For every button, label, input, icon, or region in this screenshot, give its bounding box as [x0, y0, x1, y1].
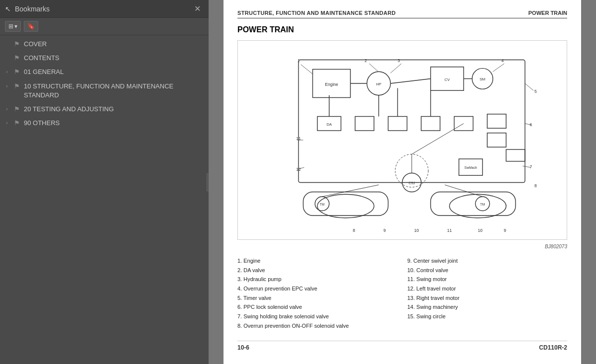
svg-text:2: 2: [365, 58, 367, 63]
legend-item-9: 9. Center swivel joint: [407, 256, 567, 266]
svg-text:TM: TM: [320, 203, 325, 206]
legend-item-7: 7. Swing holding brake solenoid valve: [237, 312, 397, 321]
doc-page-number: 10-6: [237, 344, 249, 351]
svg-text:CSJ: CSJ: [409, 181, 415, 185]
bookmark-label-general: 01 GENERAL: [24, 68, 64, 76]
power-train-diagram: Engine HP CV SM: [243, 46, 561, 234]
svg-text:TM: TM: [480, 203, 485, 206]
close-button[interactable]: ✕: [191, 3, 204, 14]
bookmark-icon: 🔖: [27, 23, 35, 30]
legend-item-5: 5. Timer valve: [237, 293, 397, 303]
chevron-icon-general: ›: [6, 69, 12, 74]
list-view-button[interactable]: ⊞ ▾: [5, 21, 21, 32]
legend-item-6: 6. PPC lock solenoid valve: [237, 302, 397, 312]
svg-text:HP: HP: [376, 82, 381, 86]
bookmark-button[interactable]: 🔖: [24, 21, 38, 32]
svg-text:11: 11: [447, 228, 452, 233]
svg-text:10: 10: [478, 228, 483, 233]
legend-item-4: 4. Overrun prevention EPC valve: [237, 284, 397, 293]
doc-header: STRUCTURE, FUNCTION AND MAINTENANCE STAN…: [237, 10, 567, 18]
legend-item-11: 11. Swing motor: [407, 275, 567, 284]
diagram-caption: BJ802073: [237, 244, 567, 249]
legend-item-15: 15. Swing circle: [407, 312, 567, 321]
collapse-panel-button[interactable]: ›: [207, 173, 209, 191]
svg-text:SwMach: SwMach: [464, 166, 477, 169]
bookmark-label-cover: COVER: [24, 40, 47, 49]
svg-text:1: 1: [298, 58, 300, 63]
svg-text:8: 8: [353, 228, 355, 233]
bookmark-item-structure[interactable]: › ⚑ 10 STRUCTURE, FUNCTION AND MAINTENAN…: [0, 79, 209, 102]
bookmark-item-others[interactable]: › ⚑ 90 OTHERS: [0, 116, 209, 130]
bookmark-flag-icon: ⚑: [14, 68, 22, 75]
svg-text:12: 12: [296, 167, 301, 172]
svg-text:8: 8: [534, 183, 537, 188]
svg-text:10: 10: [414, 228, 419, 233]
doc-title: POWER TRAIN: [237, 25, 567, 34]
svg-text:7: 7: [530, 164, 532, 169]
legend-item-8: 8. Overrun prevention ON-OFF solenoid va…: [237, 321, 397, 331]
bookmark-flag-icon: ⚑: [14, 40, 22, 48]
svg-text:3: 3: [398, 58, 400, 63]
legend-columns: 1. Engine 2. DA valve 3. Hydraulic pump …: [237, 256, 567, 331]
legend-item-1: 1. Engine: [237, 256, 397, 266]
svg-text:Engine: Engine: [325, 82, 338, 87]
bookmark-item-general[interactable]: › ⚑ 01 GENERAL: [0, 65, 209, 79]
bookmark-flag-icon: ⚑: [14, 82, 22, 90]
bookmark-item-cover[interactable]: › ⚑ COVER: [0, 37, 209, 51]
chevron-icon-structure: ›: [6, 83, 12, 89]
legend-col-left: 1. Engine 2. DA valve 3. Hydraulic pump …: [237, 256, 397, 331]
doc-model-number: CD110R-2: [539, 344, 567, 351]
bookmark-flag-icon: ⚑: [14, 119, 22, 127]
bookmark-label-testing: 20 TESTING AND ADJUSTING: [24, 105, 114, 114]
legend-col-right: 9. Center swivel joint 10. Control valve…: [407, 256, 567, 331]
toolbar-row: ⊞ ▾ 🔖: [0, 18, 209, 35]
document-panel: STRUCTURE, FUNCTION AND MAINTENANCE STAN…: [209, 0, 596, 364]
legend-item-2: 2. DA valve: [237, 266, 397, 275]
document-page: STRUCTURE, FUNCTION AND MAINTENANCE STAN…: [224, 0, 581, 364]
svg-text:5: 5: [534, 89, 537, 94]
svg-text:SM: SM: [480, 77, 485, 81]
diagram-container: Engine HP CV SM: [237, 40, 567, 240]
bookmark-flag-icon: ⚑: [14, 54, 22, 62]
doc-header-chapter: POWER TRAIN: [528, 10, 567, 16]
legend-item-14: 14. Swing machinery: [407, 302, 567, 312]
legend-item-12: 12. Left travel motor: [407, 284, 567, 293]
bookmark-item-testing[interactable]: › ⚑ 20 TESTING AND ADJUSTING: [0, 102, 209, 116]
dropdown-arrow: ▾: [14, 23, 17, 30]
legend-item-13: 13. Right travel motor: [407, 293, 567, 303]
svg-text:CV: CV: [445, 77, 450, 82]
svg-text:6: 6: [530, 122, 532, 127]
doc-header-section: STRUCTURE, FUNCTION AND MAINTENANCE STAN…: [237, 10, 396, 16]
svg-text:9: 9: [504, 228, 506, 233]
list-icon: ⊞: [8, 23, 13, 30]
bookmark-flag-icon: ⚑: [14, 105, 22, 113]
bookmark-label-contents: CONTENTS: [24, 54, 60, 63]
legend-item-3: 3. Hydraulic pump: [237, 275, 397, 284]
bookmarks-panel: ↖ Bookmarks ✕ ⊞ ▾ 🔖 › ⚑ COVER › ⚑ CONTEN…: [0, 0, 209, 364]
bookmarks-header: ↖ Bookmarks ✕: [0, 0, 209, 18]
svg-text:11: 11: [296, 136, 301, 141]
bookmark-label-others: 90 OTHERS: [24, 119, 60, 128]
cursor-icon: ↖: [5, 5, 11, 13]
doc-footer: 10-6 CD110R-2: [237, 341, 567, 351]
bookmark-list: › ⚑ COVER › ⚑ CONTENTS › ⚑ 01 GENERAL › …: [0, 35, 209, 364]
chevron-icon-testing: ›: [6, 106, 12, 112]
bookmark-label-structure: 10 STRUCTURE, FUNCTION AND MAINTENANCE S…: [24, 82, 205, 100]
bookmarks-title: Bookmarks: [15, 5, 50, 13]
chevron-icon-others: ›: [6, 120, 12, 126]
legend-item-10: 10. Control valve: [407, 266, 567, 275]
bookmark-item-contents[interactable]: › ⚑ CONTENTS: [0, 51, 209, 65]
svg-text:DA: DA: [326, 122, 332, 127]
svg-text:4: 4: [502, 58, 504, 63]
svg-text:9: 9: [383, 228, 386, 233]
